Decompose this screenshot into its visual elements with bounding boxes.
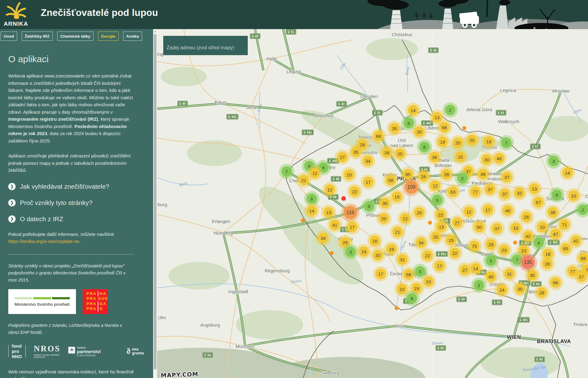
map-cluster-marker[interactable]: 21: [299, 175, 309, 185]
map-cluster-marker[interactable]: 2: [578, 205, 588, 215]
map-cluster-marker[interactable]: 34: [416, 237, 426, 248]
map-cluster-marker[interactable]: 37: [502, 172, 512, 182]
map-cluster-marker[interactable]: 13: [529, 183, 540, 194]
map-cluster-marker[interactable]: 10: [423, 276, 434, 287]
map-cluster-marker[interactable]: 49: [478, 169, 488, 179]
map-cluster-marker[interactable]: 95: [403, 169, 413, 180]
map-cluster-marker[interactable]: 3: [345, 247, 356, 257]
address-search-input[interactable]: Zadej adresu (zvol střed mapy): [163, 36, 248, 55]
map-cluster-marker[interactable]: 9: [364, 201, 374, 211]
map-cluster-marker[interactable]: 28: [542, 259, 552, 269]
map-cluster-marker[interactable]: 34: [363, 156, 373, 166]
map-cluster-marker[interactable]: 20: [379, 213, 389, 224]
map-cluster-marker[interactable]: 13: [436, 221, 447, 232]
map-point-marker[interactable]: [395, 306, 399, 310]
map-cluster-marker[interactable]: 21: [392, 227, 403, 237]
expand-link-how-to-search[interactable]: ❯ Jak vyhledávat znečišťovatele?: [8, 183, 134, 190]
map-cluster-marker[interactable]: 17: [347, 222, 357, 232]
map-cluster-marker[interactable]: 12: [325, 184, 335, 195]
map-cluster-marker[interactable]: 6: [432, 195, 443, 205]
map-cluster-marker[interactable]: 37: [492, 223, 502, 234]
map-cluster-marker[interactable]: 19: [359, 246, 369, 257]
map-cluster-marker[interactable]: 68: [439, 122, 450, 133]
map-cluster-marker[interactable]: 12: [310, 168, 320, 178]
map-cluster-marker[interactable]: 37: [499, 189, 510, 199]
map-cluster-marker[interactable]: 26: [414, 207, 424, 218]
map-cluster-marker[interactable]: 58: [386, 175, 396, 185]
map-cluster-marker[interactable]: 9: [552, 190, 562, 200]
map-cluster-marker[interactable]: 19: [437, 137, 448, 147]
nav-button-darujte[interactable]: Darujte: [98, 32, 119, 41]
map-point-marker[interactable]: [330, 251, 334, 255]
map-cluster-marker[interactable]: 28: [382, 147, 392, 158]
map-cluster-marker[interactable]: 30: [380, 198, 390, 208]
map-cluster-marker[interactable]: 12: [464, 206, 474, 217]
map-cluster-marker[interactable]: 28: [441, 169, 452, 180]
map-cluster-marker[interactable]: 13: [323, 207, 334, 217]
map-cluster-marker[interactable]: 67: [533, 197, 544, 207]
map-cluster-marker[interactable]: 47: [550, 229, 561, 239]
map-cluster-marker[interactable]: 26: [418, 171, 429, 182]
map-point-marker[interactable]: [341, 196, 346, 201]
scrollbar-thumb[interactable]: [154, 34, 156, 369]
map-cluster-marker[interactable]: 17: [434, 261, 445, 271]
map-cluster-marker[interactable]: 23: [499, 245, 509, 255]
map-cluster-marker[interactable]: 20: [467, 135, 477, 145]
map-cluster-marker[interactable]: 65: [560, 243, 571, 254]
map-cluster-marker[interactable]: 27: [452, 217, 462, 228]
map-cluster-marker[interactable]: 19: [386, 244, 397, 254]
map-cluster-marker[interactable]: 10: [344, 169, 354, 180]
map-cluster-marker[interactable]: 26: [521, 212, 532, 222]
nav-button-žebříčky-irz[interactable]: Žebříčky IRZ: [22, 32, 53, 41]
map-cluster-marker[interactable]: 7: [512, 255, 522, 265]
map-cluster-marker[interactable]: 31: [504, 269, 514, 279]
map-cluster-marker[interactable]: 8: [307, 194, 317, 204]
map-cluster-marker[interactable]: 8: [407, 293, 417, 304]
map-cluster-marker[interactable]: 2: [457, 173, 468, 183]
map-cluster-marker[interactable]: 15: [446, 235, 456, 245]
map-cluster-marker[interactable]: 22: [397, 284, 407, 294]
map-cluster-marker[interactable]: 17: [363, 177, 373, 187]
map-cluster-marker[interactable]: 20: [453, 138, 463, 148]
map-cluster-marker[interactable]: 19: [484, 136, 494, 147]
map-cluster-marker[interactable]: 42: [571, 236, 581, 246]
map-cluster-marker[interactable]: 37: [485, 184, 495, 195]
map-cluster-marker[interactable]: 28: [537, 287, 547, 298]
map-point-marker[interactable]: [301, 219, 305, 223]
map-cluster-marker[interactable]: 71: [559, 219, 570, 230]
map-cluster-marker[interactable]: 14: [470, 263, 481, 274]
map-cluster-marker[interactable]: 13: [432, 112, 442, 123]
map-cluster-marker[interactable]: 35: [389, 123, 400, 134]
map-cluster-marker[interactable]: 58: [403, 269, 414, 280]
map-cluster-marker[interactable]: 6: [404, 118, 414, 128]
map-cluster-marker[interactable]: 32: [514, 188, 525, 198]
map-cluster-marker[interactable]: 23: [518, 245, 529, 256]
map-cluster-marker[interactable]: 27: [337, 152, 348, 162]
map-cluster-marker[interactable]: 27: [460, 265, 470, 275]
map-cluster-marker[interactable]: 41: [330, 220, 340, 230]
map-cluster-marker[interactable]: 14: [307, 206, 317, 216]
map-cluster-marker[interactable]: 42: [523, 231, 533, 241]
map-cluster-marker[interactable]: 34: [318, 233, 328, 243]
map-point-marker[interactable]: [462, 126, 466, 130]
map-cluster-marker[interactable]: 3: [548, 156, 559, 166]
map-cluster-marker[interactable]: 38: [548, 207, 558, 217]
map-cluster-marker[interactable]: 63: [448, 187, 458, 197]
map-cluster-marker[interactable]: 19: [392, 191, 402, 202]
map-cluster-marker[interactable]: 4: [533, 237, 544, 248]
map-cluster-marker[interactable]: 50: [474, 222, 484, 232]
map-cluster-marker[interactable]: 135: [521, 256, 535, 269]
map-cluster-marker[interactable]: 10: [511, 223, 521, 233]
map-cluster-marker[interactable]: 22: [422, 250, 433, 261]
map-cluster-marker[interactable]: 22: [435, 210, 446, 220]
map-cluster-marker[interactable]: 40: [503, 205, 513, 216]
expand-link-why-pages[interactable]: ❯ Proč vznikly tyto stránky?: [8, 199, 134, 206]
map-cluster-marker[interactable]: 30: [515, 284, 525, 294]
map-cluster-marker[interactable]: 5: [486, 255, 496, 266]
map-cluster-marker[interactable]: 20: [431, 232, 441, 242]
map-point-marker[interactable]: [428, 221, 432, 225]
sidebar-scrollbar[interactable]: ▲: [153, 29, 157, 378]
arnika-link[interactable]: https://arnika.org/o-nas/zeptejte-se: [8, 239, 79, 244]
arnika-logo[interactable]: ARNIKA: [3, 1, 29, 28]
map-cluster-marker[interactable]: 20: [373, 250, 383, 260]
